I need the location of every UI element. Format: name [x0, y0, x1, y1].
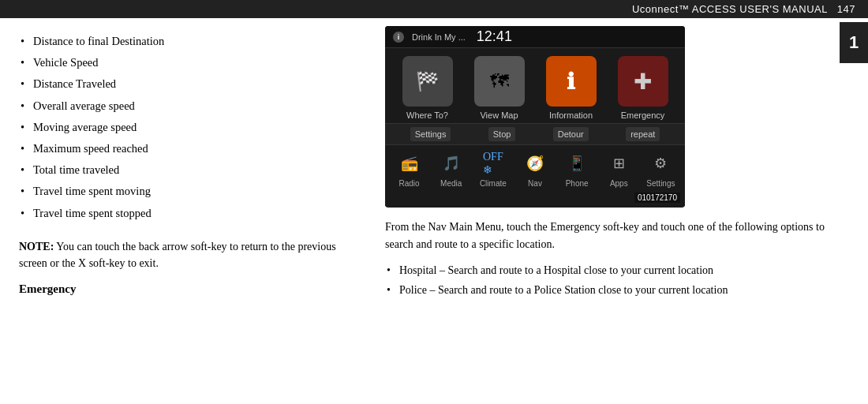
list-item: Moving average speed [19, 117, 363, 138]
radio-icon: 📻 [396, 150, 423, 177]
climate-label: Climate [480, 179, 507, 188]
left-column: Distance to final Destination Vehicle Sp… [0, 18, 379, 404]
climate-button[interactable]: OFF❄ Climate [472, 150, 514, 188]
nav-top-bar: i Drink In My ... 12:41 [385, 26, 685, 48]
nav-view-map[interactable]: 🗺 View Map [468, 56, 531, 120]
nav-bottom-row: 📻 Radio 🎵 Media OFF❄ Climate 🧭 Nav 📱 [385, 145, 685, 191]
nav-where-to[interactable]: 🏁 Where To? [396, 56, 459, 120]
emergency-heading: Emergency [19, 282, 363, 296]
nav-information[interactable]: ℹ Information [540, 56, 603, 120]
media-label: Media [440, 179, 462, 188]
list-item: Overall average speed [19, 95, 363, 117]
right-description: From the Nav Main Menu, touch the Emerge… [385, 219, 855, 301]
nav-button[interactable]: 🧭 Nav [514, 150, 556, 188]
apps-icon: ⊞ [605, 150, 632, 177]
list-item: Vehicle Speed [19, 52, 363, 73]
right-column: i Drink In My ... 12:41 🏁 Where To? 🗺 Vi… [379, 18, 868, 404]
list-item: Travel time spent stopped [19, 203, 363, 224]
main-content: Distance to final Destination Vehicle Sp… [0, 18, 868, 404]
phone-icon: 📱 [563, 150, 590, 177]
list-item: Travel time spent moving [19, 181, 363, 202]
media-button[interactable]: 🎵 Media [430, 150, 472, 188]
clock-display: 12:41 [477, 28, 512, 45]
radio-button[interactable]: 📻 Radio [388, 150, 430, 188]
page-header: Uconnect™ ACCESS USER'S MANUAL 147 [0, 0, 868, 18]
apps-button[interactable]: ⊞ Apps [598, 150, 640, 188]
page-number: 147 [837, 3, 855, 15]
view-map-icon-box: 🗺 [474, 56, 525, 107]
phone-label: Phone [566, 179, 589, 188]
information-icon-box: ℹ [546, 56, 597, 107]
screen-id: 010172170 [634, 193, 680, 203]
chapter-number: 1 [840, 22, 868, 63]
nav-icons-row: 🏁 Where To? 🗺 View Map ℹ Information ✚ E… [385, 48, 685, 123]
apps-label: Apps [610, 179, 628, 188]
nav-label: Nav [528, 179, 542, 188]
note-section: NOTE: You can touch the back arrow soft-… [19, 238, 363, 271]
hospital-item: Hospital – Search and route to a Hospita… [385, 260, 855, 281]
app-name: Drink In My ... [412, 32, 466, 42]
nav-icon: 🧭 [522, 150, 548, 177]
stop-button[interactable]: Stop [488, 127, 516, 141]
list-item: Total time traveled [19, 159, 363, 181]
emergency-bullets: Hospital – Search and route to a Hospita… [385, 260, 855, 301]
repeat-button[interactable]: repeat [626, 127, 660, 141]
list-item: Distance Traveled [19, 73, 363, 95]
radio-label: Radio [399, 179, 420, 188]
nav-screen: i Drink In My ... 12:41 🏁 Where To? 🗺 Vi… [385, 26, 685, 208]
emergency-description: From the Nav Main Menu, touch the Emerge… [385, 221, 825, 250]
settings-bottom-label: Settings [646, 179, 675, 188]
information-label: Information [549, 110, 593, 120]
nav-emergency[interactable]: ✚ Emergency [612, 56, 675, 120]
list-item: Maximum speed reached [19, 138, 363, 159]
emergency-label: Emergency [621, 110, 665, 120]
note-text: You can touch the back arrow soft-key to… [19, 241, 336, 269]
detour-button[interactable]: Detour [553, 127, 589, 141]
view-map-label: View Map [480, 110, 518, 120]
settings-button[interactable]: Settings [410, 127, 451, 141]
screen-id-container: 010172170 [385, 191, 685, 206]
where-to-icon-box: 🏁 [402, 56, 453, 107]
note-label: NOTE: [19, 241, 54, 252]
emergency-icon-box: ✚ [618, 56, 668, 107]
nav-controls-row: Settings Stop Detour repeat [385, 123, 685, 145]
media-icon: 🎵 [438, 150, 465, 177]
drink-icon: i [393, 32, 404, 43]
police-item: Police – Search and route to a Police St… [385, 280, 855, 301]
settings-nav-button[interactable]: ⚙ Settings [640, 150, 682, 188]
manual-title: Uconnect™ ACCESS USER'S MANUAL [632, 3, 827, 15]
where-to-label: Where To? [406, 110, 448, 120]
settings-icon: ⚙ [647, 150, 674, 177]
phone-button[interactable]: 📱 Phone [556, 150, 598, 188]
feature-list: Distance to final Destination Vehicle Sp… [19, 31, 363, 224]
list-item: Distance to final Destination [19, 31, 363, 52]
climate-icon: OFF❄ [480, 150, 507, 177]
